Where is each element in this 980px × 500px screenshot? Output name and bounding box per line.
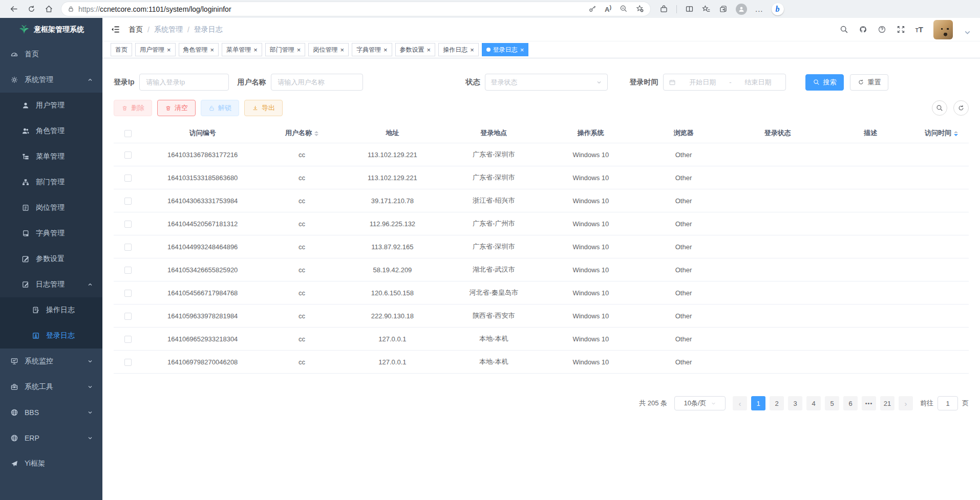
refresh-icon[interactable] [24, 2, 39, 16]
row-checkbox[interactable] [124, 359, 132, 366]
fullscreen-icon[interactable] [897, 25, 905, 34]
row-checkbox[interactable] [124, 313, 132, 320]
row-checkbox[interactable] [124, 244, 132, 251]
tab-param-settings[interactable]: 参数设置× [395, 43, 436, 56]
row-checkbox[interactable] [124, 290, 132, 297]
refresh-table-button[interactable] [953, 100, 969, 116]
export-button[interactable]: 导出 [244, 100, 283, 116]
row-checkbox[interactable] [124, 198, 132, 205]
toggle-search-button[interactable] [932, 100, 947, 116]
status-select[interactable]: 登录状态 [485, 74, 608, 91]
column-user[interactable]: 用户名称 [263, 123, 340, 143]
close-tab-icon[interactable]: × [427, 47, 431, 53]
add-favorite-icon[interactable] [636, 5, 644, 13]
sidebar-item-menu-mgmt[interactable]: 菜单管理 [0, 144, 102, 169]
sidebar-item-home[interactable]: 首页 [0, 41, 102, 67]
sidebar-item-post-mgmt[interactable]: 岗位管理 [0, 195, 102, 221]
tab-role-mgmt[interactable]: 角色管理× [179, 43, 219, 56]
goto-page-input[interactable] [938, 396, 958, 410]
tab-dict-mgmt[interactable]: 字典管理× [352, 43, 392, 56]
column-time[interactable]: 访问时间 [914, 123, 969, 143]
tab-op-log[interactable]: 操作日志× [438, 43, 479, 56]
row-checkbox[interactable] [124, 336, 132, 343]
home-icon[interactable] [41, 2, 56, 16]
breadcrumb-home[interactable]: 首页 [129, 25, 143, 34]
favorites-icon[interactable] [702, 5, 711, 13]
delete-button[interactable]: 删除 [114, 100, 152, 116]
close-tab-icon[interactable]: × [167, 47, 171, 53]
sidebar-item-bbs[interactable]: BBS [0, 400, 102, 425]
tab-menu-mgmt[interactable]: 菜单管理× [222, 43, 262, 56]
user-avatar[interactable] [933, 20, 953, 39]
close-tab-icon[interactable]: × [520, 47, 524, 53]
clear-button[interactable]: 清空 [157, 100, 196, 116]
tab-user-mgmt[interactable]: 用户管理× [135, 43, 176, 56]
tab-post-mgmt[interactable]: 岗位管理× [308, 43, 349, 56]
page-button-5[interactable]: 5 [825, 396, 839, 410]
hamburger-fold-icon[interactable] [111, 25, 120, 34]
search-button[interactable]: 搜索 [805, 74, 844, 91]
username-input[interactable] [271, 74, 363, 91]
collections-icon[interactable] [719, 5, 728, 13]
row-checkbox[interactable] [124, 175, 132, 182]
sidebar-item-login-log[interactable]: 登录日志 [0, 323, 102, 349]
more-menu-icon[interactable]: ... [755, 5, 763, 13]
more-pages-button[interactable]: ••• [862, 396, 876, 410]
sidebar-item-user-mgmt[interactable]: 用户管理 [0, 93, 102, 118]
sort-carets-icon[interactable] [314, 131, 318, 136]
sidebar-item-role-mgmt[interactable]: 角色管理 [0, 118, 102, 144]
avatar-caret-icon[interactable] [963, 28, 972, 37]
address-bar[interactable]: https://ccnetcore.com:1101/system/log/lo… [61, 2, 650, 16]
next-page-button[interactable]: › [899, 396, 913, 410]
breadcrumb-system[interactable]: 系统管理 [154, 25, 183, 34]
extensions-icon[interactable] [659, 5, 668, 13]
sort-carets-icon[interactable] [954, 131, 958, 136]
page-size-select[interactable]: 10条/页 [674, 396, 726, 410]
sidebar-item-erp[interactable]: ERP [0, 425, 102, 451]
close-tab-icon[interactable]: × [340, 47, 344, 53]
select-all-checkbox[interactable] [124, 130, 132, 137]
header-search-icon[interactable] [840, 25, 848, 34]
page-button-21[interactable]: 21 [880, 396, 894, 410]
split-screen-icon[interactable] [685, 5, 694, 13]
sidebar-item-log-mgmt[interactable]: 日志管理 [0, 272, 102, 297]
page-button-1[interactable]: 1 [751, 396, 765, 410]
reset-button[interactable]: 重置 [850, 74, 888, 91]
page-button-2[interactable]: 2 [770, 396, 784, 410]
row-checkbox[interactable] [124, 267, 132, 274]
sidebar-item-dept-mgmt[interactable]: 部门管理 [0, 169, 102, 195]
prev-page-button[interactable]: ‹ [733, 396, 747, 410]
login-ip-input[interactable] [139, 74, 229, 91]
row-checkbox[interactable] [124, 221, 132, 228]
sidebar-item-system-mgmt[interactable]: 系统管理 [0, 67, 102, 93]
read-aloud-icon[interactable]: A) [605, 4, 611, 13]
row-checkbox[interactable] [124, 151, 132, 159]
help-icon[interactable] [878, 25, 886, 34]
date-range-picker[interactable]: 开始日期 - 结束日期 [663, 74, 786, 91]
tab-dept-mgmt[interactable]: 部门管理× [265, 43, 306, 56]
sidebar-item-system-tools[interactable]: 系统工具 [0, 374, 102, 400]
zoom-out-icon[interactable] [620, 5, 628, 13]
page-button-3[interactable]: 3 [788, 396, 802, 410]
tab-home[interactable]: 首页 [111, 43, 132, 56]
close-tab-icon[interactable]: × [297, 47, 301, 53]
sidebar-item-dict-mgmt[interactable]: 字典管理 [0, 221, 102, 246]
browser-profile-icon[interactable] [736, 4, 747, 15]
github-icon[interactable] [859, 25, 867, 34]
sidebar-item-param-settings[interactable]: 参数设置 [0, 246, 102, 272]
close-tab-icon[interactable]: × [384, 47, 388, 53]
close-tab-icon[interactable]: × [470, 47, 474, 53]
page-button-4[interactable]: 4 [806, 396, 821, 410]
url-text[interactable]: https://ccnetcore.com:1101/system/log/lo… [78, 5, 584, 13]
unlock-button[interactable]: 解锁 [201, 100, 239, 116]
back-icon[interactable] [6, 2, 22, 16]
copilot-icon[interactable]: b [772, 3, 784, 15]
close-tab-icon[interactable]: × [210, 47, 215, 53]
password-key-icon[interactable] [588, 5, 596, 13]
close-tab-icon[interactable]: × [253, 47, 258, 53]
page-button-6[interactable]: 6 [843, 396, 858, 410]
sidebar-item-system-monitor[interactable]: 系统监控 [0, 349, 102, 374]
sidebar-item-yi-framework[interactable]: Yi框架 [0, 451, 102, 476]
font-size-icon[interactable]: TT [915, 25, 923, 34]
sidebar-item-op-log[interactable]: 操作日志 [0, 297, 102, 323]
